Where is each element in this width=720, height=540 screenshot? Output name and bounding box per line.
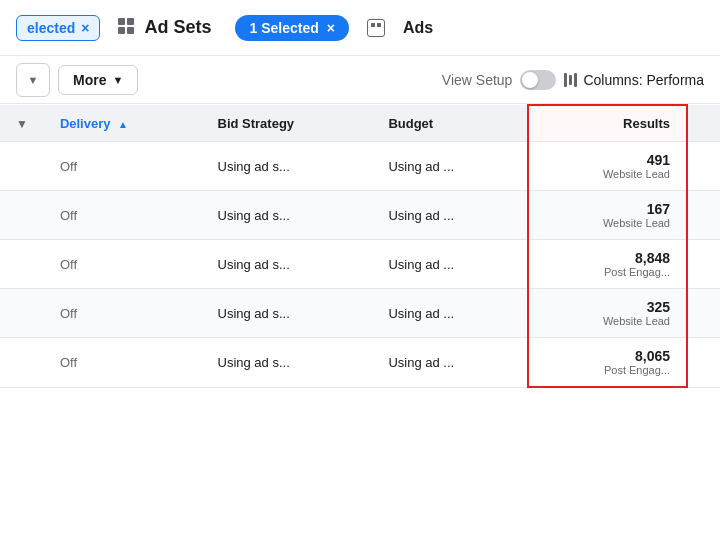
svg-rect-4 [371,23,375,27]
row-delivery: Off [44,240,202,289]
table-row[interactable]: OffUsing ad s...Using ad ...8,065Post En… [0,338,720,388]
header-results[interactable]: Results [528,105,687,142]
results-number: 491 [545,152,670,168]
header-delivery[interactable]: Delivery ▲ [44,105,202,142]
columns-button[interactable]: Columns: Performa [564,72,704,88]
row-delivery: Off [44,191,202,240]
row-extra [687,191,720,240]
more-arrow-icon: ▼ [112,74,123,86]
row-bid-strategy: Using ad s... [202,338,373,388]
view-setup-toggle[interactable] [520,70,556,90]
table-row[interactable]: OffUsing ad s...Using ad ...491Website L… [0,142,720,191]
selected-left-badge[interactable]: elected × [16,15,100,41]
row-bid-strategy: Using ad s... [202,240,373,289]
results-header-label: Results [623,116,670,131]
row-budget: Using ad ... [372,338,527,388]
row-checkbox[interactable] [0,240,44,289]
results-label: Website Lead [545,168,670,180]
row-extra [687,289,720,338]
results-number: 8,065 [545,348,670,364]
toggle-knob [522,72,538,88]
results-label: Website Lead [545,217,670,229]
view-setup-section: View Setup [442,70,557,90]
one-selected-close-icon[interactable]: × [327,20,335,36]
ad-sets-table: ▼ Delivery ▲ Bid Strategy Budget Results [0,104,720,388]
row-delivery: Off [44,289,202,338]
row-checkbox[interactable] [0,142,44,191]
results-label: Post Engag... [545,266,670,278]
delivery-header-label: Delivery [60,116,111,131]
header-checkbox: ▼ [0,105,44,142]
row-budget: Using ad ... [372,240,527,289]
row-budget: Using ad ... [372,289,527,338]
svg-rect-5 [377,23,381,27]
grid-icon [116,16,136,39]
one-selected-badge[interactable]: 1 Selected × [235,15,348,41]
row-results: 8,065Post Engag... [528,338,687,388]
top-bar: elected × Ad Sets 1 Selected × Ads [0,0,720,56]
row-results: 8,848Post Engag... [528,240,687,289]
table-row[interactable]: OffUsing ad s...Using ad ...325Website L… [0,289,720,338]
selected-left-close-icon[interactable]: × [81,20,89,36]
more-button[interactable]: More ▼ [58,65,138,95]
row-budget: Using ad ... [372,191,527,240]
row-checkbox[interactable] [0,191,44,240]
results-label: Website Lead [545,315,670,327]
ads-label: Ads [403,19,433,37]
header-budget[interactable]: Budget [372,105,527,142]
table-body: OffUsing ad s...Using ad ...491Website L… [0,142,720,388]
adsets-label: Ad Sets [144,17,211,38]
columns-label: Columns: Performa [583,72,704,88]
bid-strategy-header-label: Bid Strategy [218,116,295,131]
row-budget: Using ad ... [372,142,527,191]
col-bar-2 [569,75,572,85]
columns-icon [564,73,577,87]
dropdown-arrow-icon: ▼ [28,74,39,86]
header-row: ▼ Delivery ▲ Bid Strategy Budget Results [0,105,720,142]
results-number: 167 [545,201,670,217]
budget-header-label: Budget [388,116,433,131]
row-results: 325Website Lead [528,289,687,338]
header-bid-strategy[interactable]: Bid Strategy [202,105,373,142]
one-selected-label: 1 Selected [249,20,318,36]
view-setup-label: View Setup [442,72,513,88]
results-number: 325 [545,299,670,315]
row-delivery: Off [44,338,202,388]
results-label: Post Engag... [545,364,670,376]
row-bid-strategy: Using ad s... [202,289,373,338]
table-row[interactable]: OffUsing ad s...Using ad ...167Website L… [0,191,720,240]
row-extra [687,338,720,388]
svg-rect-1 [127,18,134,25]
more-label: More [73,72,106,88]
dropdown-button[interactable]: ▼ [16,63,50,97]
ads-icon [367,19,385,37]
toolbar: ▼ More ▼ View Setup Columns: Performa [0,56,720,104]
delivery-sort-icon: ▲ [118,119,128,130]
svg-rect-0 [118,18,125,25]
row-extra [687,240,720,289]
row-results: 167Website Lead [528,191,687,240]
adsets-section: Ad Sets [116,16,211,39]
row-bid-strategy: Using ad s... [202,142,373,191]
row-extra [687,142,720,191]
selected-left-label: elected [27,20,75,36]
sort-down-icon: ▼ [16,117,28,131]
header-extra [687,105,720,142]
table-row[interactable]: OffUsing ad s...Using ad ...8,848Post En… [0,240,720,289]
row-checkbox[interactable] [0,289,44,338]
svg-rect-3 [127,27,134,34]
table-header: ▼ Delivery ▲ Bid Strategy Budget Results [0,105,720,142]
row-bid-strategy: Using ad s... [202,191,373,240]
results-number: 8,848 [545,250,670,266]
col-bar-1 [564,73,567,87]
row-checkbox[interactable] [0,338,44,388]
svg-rect-2 [118,27,125,34]
table-container: ▼ Delivery ▲ Bid Strategy Budget Results [0,104,720,388]
col-bar-3 [574,73,577,87]
ads-tab[interactable]: Ads [367,19,433,37]
row-delivery: Off [44,142,202,191]
row-results: 491Website Lead [528,142,687,191]
